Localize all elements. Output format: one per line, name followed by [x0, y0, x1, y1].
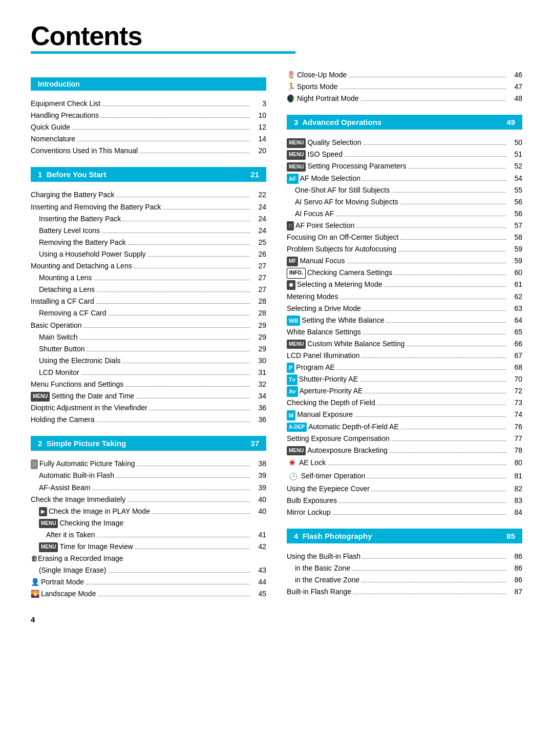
- toc-item-label: Bulb Exposures: [287, 495, 337, 507]
- toc-dots: [390, 452, 506, 453]
- toc-dots: [377, 405, 506, 405]
- list-item: Battery Level Icons24: [31, 225, 266, 237]
- list-item: Detaching a Lens27: [31, 284, 266, 296]
- toc-dots: [148, 256, 250, 257]
- toc-item-page: 51: [508, 149, 522, 160]
- toc-item-label: (Single Image Erase): [39, 564, 107, 576]
- toc-dots: [407, 346, 506, 346]
- list-item: AI Focus AF56: [287, 208, 522, 220]
- toc-item-page: 54: [508, 173, 522, 184]
- toc-item-page: 28: [252, 296, 266, 307]
- toc-dots: [339, 502, 506, 503]
- toc-dots: [72, 129, 250, 130]
- toc-item-page: 56: [508, 208, 522, 220]
- list-item: MENUAutoexposure Bracketing78: [287, 445, 522, 456]
- list-item: MENUQuality Selection50: [287, 137, 522, 149]
- toc-item-page: 28: [252, 307, 266, 319]
- toc-item-label: LCD Monitor: [39, 367, 79, 379]
- chapter1-page: 21: [250, 170, 259, 179]
- toc-dots: [339, 89, 506, 89]
- toc-dots: [77, 141, 250, 141]
- toc-item-page: 65: [508, 326, 522, 338]
- toc-item-label: WBSetting the White Balance: [287, 314, 384, 326]
- toc-dots: [102, 106, 250, 106]
- list-item: Mirror Lockup84: [287, 507, 522, 518]
- list-item: AFAF Mode Selection54: [287, 173, 522, 184]
- toc-dots: [360, 381, 506, 382]
- list-item: Nomenclature14: [31, 133, 266, 145]
- toc-item-label: Basic Operation: [31, 320, 82, 331]
- left-column: Introduction Equipment Check List3Handli…: [31, 69, 266, 600]
- toc-item-label: Holding the Camera: [31, 414, 95, 426]
- toc-dots: [127, 501, 250, 502]
- toc-item-page: 29: [252, 343, 266, 355]
- toc-dots: [163, 209, 250, 209]
- toc-dots: [128, 244, 250, 245]
- list-item: MENUTime for Image Review42: [31, 541, 266, 553]
- toc-dots: [401, 429, 506, 429]
- toc-item-label: AI Servo AF for Moving Subjects: [295, 196, 398, 208]
- toc-dots: [97, 291, 250, 292]
- list-item: Checking the Depth of Field73: [287, 397, 522, 409]
- toc-item-label: Handling Precautions: [31, 110, 99, 121]
- toc-item-label: Dioptric Adjustment in the Viewfinder: [31, 402, 147, 414]
- toc-dots: [340, 299, 506, 299]
- list-item: Using the Electronic Dials30: [31, 355, 266, 367]
- toc-item-page: 80: [508, 457, 522, 469]
- list-item: MENUCustom White Balance Setting66: [287, 338, 522, 350]
- list-item: Removing a CF Card28: [31, 307, 266, 319]
- toc-dots: [123, 363, 250, 363]
- toc-dots: [81, 374, 250, 375]
- toc-item-page: 30: [252, 355, 266, 367]
- toc-item-label: Menu Functions and Settings: [31, 379, 123, 390]
- toc-item-page: 10: [252, 110, 266, 121]
- list-item: AF-Assist Beam39: [31, 482, 266, 494]
- chapter3-page: 49: [506, 118, 515, 127]
- toc-item-page: 20: [252, 145, 266, 157]
- toc-item-label: Automatic Built-in Flash: [39, 470, 114, 481]
- list-item: LCD Panel Illumination67: [287, 350, 522, 362]
- toc-dots: [98, 596, 250, 596]
- toc-item-label: Nomenclature: [31, 133, 75, 145]
- toc-dots: [102, 233, 250, 233]
- toc-item-label: 🌄Landscape Mode: [31, 588, 96, 600]
- list-item: MENUChecking the Image: [31, 517, 266, 529]
- list-item: Equipment Check List3: [31, 98, 266, 110]
- toc-item-page: 73: [508, 397, 522, 409]
- list-item: ▶Check the Image in PLAY Mode40: [31, 506, 266, 517]
- toc-dots: [109, 315, 250, 316]
- toc-item-page: 14: [252, 133, 266, 145]
- toc-dots: [84, 327, 250, 328]
- toc-item-label: 🌒Night Portrait Mode: [287, 93, 359, 104]
- chapter1-header: 1 Before You Start 21: [31, 167, 266, 182]
- toc-item-page: 82: [508, 483, 522, 495]
- toc-item-label: Checking the Depth of Field: [287, 397, 375, 409]
- list-item: One-Shot AF for Still Subjects55: [287, 184, 522, 196]
- toc-item-label: Using the Built-in Flash: [287, 551, 360, 562]
- toc-item-label: Focusing On an Off-Center Subject: [287, 232, 398, 243]
- toc-dots: [345, 156, 506, 157]
- toc-dots: [136, 398, 250, 398]
- list-item: Mounting and Detaching a Lens27: [31, 260, 266, 272]
- toc-item-label: AFAF Mode Selection: [287, 173, 360, 184]
- list-item: MENUSetting Processing Parameters52: [287, 160, 522, 172]
- list-item: Bulb Exposures83: [287, 495, 522, 507]
- toc-dots: [400, 239, 506, 240]
- toc-item-label: AF-Assist Beam: [39, 482, 90, 494]
- list-item: Inserting and Removing the Battery Pack2…: [31, 201, 266, 213]
- toc-dots: [79, 339, 250, 340]
- toc-item-label: ✳AE Lock: [287, 456, 326, 470]
- list-item: 🗑Erasing a Recorded Image: [31, 553, 266, 564]
- toc-item-label: Battery Level Icons: [39, 225, 100, 237]
- toc-item-label: Inserting the Battery Pack: [39, 213, 121, 225]
- toc-dots: [392, 192, 506, 193]
- list-item: Using the Built-in Flash86: [287, 551, 522, 562]
- toc-item-page: 12: [252, 121, 266, 133]
- toc-item-page: 59: [508, 243, 522, 255]
- right-column: 🌷Close-Up Mode46🏃Sports Mode47🌒Night Por…: [287, 69, 522, 600]
- list-item: Check the Image Immediately40: [31, 494, 266, 506]
- list-item: TvShutter-Priority AE70: [287, 373, 522, 385]
- toc-item-page: 52: [508, 160, 522, 172]
- list-item: AI Servo AF for Moving Subjects56: [287, 196, 522, 208]
- list-item: Built-in Flash Range87: [287, 586, 522, 598]
